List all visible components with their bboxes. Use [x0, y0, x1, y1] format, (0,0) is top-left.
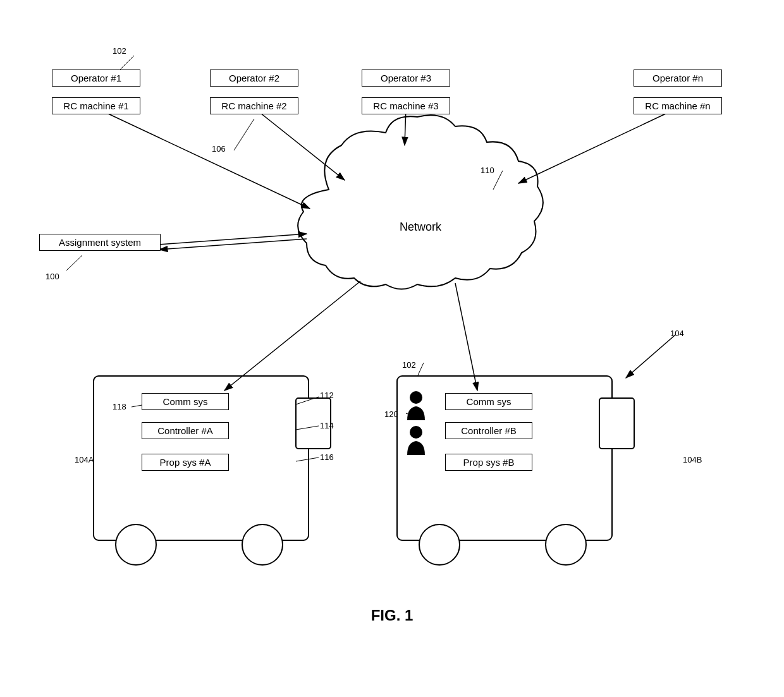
ref-106: 106 [212, 144, 226, 154]
ref-118: 118 [113, 402, 126, 411]
svg-point-4 [116, 524, 156, 565]
svg-point-8 [419, 524, 460, 565]
vehicle-a-prop-sys: Prop sys #A [142, 454, 229, 471]
svg-line-17 [159, 239, 307, 250]
svg-line-21 [234, 119, 254, 150]
vehicle-a-comm-sys: Comm sys [142, 393, 229, 410]
network-cloud: Network [298, 115, 543, 289]
rc-machine-n-label: RC machine #n [634, 97, 722, 114]
ref-102a: 102 [113, 46, 126, 56]
network-label: Network [400, 221, 442, 233]
diagram: Network [0, 0, 784, 697]
svg-line-16 [159, 234, 307, 245]
vehicle-a-controller: Controller #A [142, 422, 229, 439]
svg-line-23 [66, 255, 82, 270]
svg-line-18 [224, 281, 360, 391]
rc-machine-1-label: RC machine #1 [52, 97, 140, 114]
fig-label: FIG. 1 [341, 607, 443, 624]
operator-n-label: Operator #n [634, 70, 722, 87]
rc-machine-3-label: RC machine #3 [362, 97, 450, 114]
svg-line-12 [96, 108, 310, 209]
svg-rect-7 [599, 398, 634, 449]
ref-104: 104 [670, 329, 684, 338]
ref-102b: 102 [402, 360, 416, 370]
svg-point-10 [410, 391, 422, 404]
assignment-system-label: Assignment system [39, 234, 161, 251]
svg-point-11 [410, 426, 422, 439]
vehicle-b-controller: Controller #B [445, 422, 532, 439]
svg-line-24 [626, 335, 675, 378]
svg-line-13 [254, 108, 345, 180]
svg-line-29 [417, 363, 424, 377]
svg-line-15 [518, 108, 678, 183]
ref-120: 120 [384, 409, 398, 419]
svg-point-5 [242, 524, 283, 565]
ref-116: 116 [320, 452, 334, 462]
ref-100: 100 [46, 272, 59, 281]
vehicle-b-prop-sys: Prop sys #B [445, 454, 532, 471]
svg-line-20 [120, 56, 134, 70]
operator-2-label: Operator #2 [210, 70, 298, 87]
ref-104a: 104A [75, 455, 94, 464]
svg-line-19 [455, 283, 477, 391]
ref-104b: 104B [683, 455, 702, 464]
operator-3-label: Operator #3 [362, 70, 450, 87]
operator-1-label: Operator #1 [52, 70, 140, 87]
vehicle-b-comm-sys: Comm sys [445, 393, 532, 410]
ref-110: 110 [481, 166, 494, 175]
ref-112: 112 [320, 391, 334, 400]
svg-point-9 [546, 524, 586, 565]
ref-114: 114 [320, 421, 334, 430]
rc-machine-2-label: RC machine #2 [210, 97, 298, 114]
